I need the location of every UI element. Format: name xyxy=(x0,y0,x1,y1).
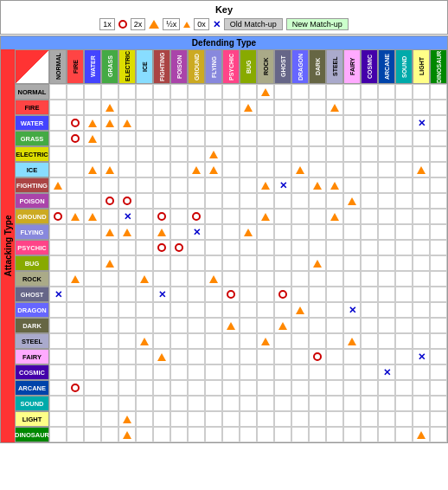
grid-cell xyxy=(361,131,378,146)
grid-cell xyxy=(430,396,447,411)
col-header-arcane: ARCANE xyxy=(378,49,395,84)
grid-cell xyxy=(118,411,136,427)
triangle-icon xyxy=(261,338,270,345)
grid-cell xyxy=(170,131,188,146)
attacking-label: Attacking Type xyxy=(3,216,13,277)
grid-cell xyxy=(67,302,84,318)
col-header-bug: BUG xyxy=(240,49,257,84)
grid-cell xyxy=(84,364,101,380)
attacking-label-container: Attacking Type xyxy=(1,49,15,442)
grid-cell xyxy=(361,349,378,364)
grid-cell xyxy=(291,193,309,209)
grid-cell xyxy=(291,364,309,380)
col-header-dragon: DRAGON xyxy=(291,49,309,84)
grid-cell xyxy=(84,84,101,100)
grid-cell xyxy=(67,318,84,333)
x-icon: ✕ xyxy=(158,290,166,300)
col-header-cosmic: COSMIC xyxy=(361,49,378,84)
grid-cell xyxy=(378,318,395,333)
grid-cell xyxy=(67,209,84,224)
grid-cell xyxy=(205,131,222,146)
grid-cell xyxy=(274,193,291,209)
grid-cell xyxy=(395,287,413,302)
grid-cell xyxy=(170,380,188,396)
grid-cell xyxy=(84,224,101,240)
grid-cell xyxy=(343,255,361,271)
key-2x-label: 2x xyxy=(134,20,143,29)
grid-cell xyxy=(291,255,309,271)
grid-cell xyxy=(101,224,118,240)
grid-cell xyxy=(430,84,447,100)
grid-cell xyxy=(430,302,447,318)
grid-cell xyxy=(395,209,413,224)
grid-cell xyxy=(67,364,84,380)
grid-cell xyxy=(257,364,274,380)
grid-cell xyxy=(274,427,291,442)
row-label-water: WATER xyxy=(15,115,49,131)
grid-cell xyxy=(205,146,222,162)
grid-cell xyxy=(136,209,153,224)
triangle-icon xyxy=(123,416,131,423)
table-row: DINOSAUR xyxy=(15,427,447,442)
grid-cell xyxy=(240,146,257,162)
grid-cell xyxy=(413,209,430,224)
table-row: NORMAL xyxy=(15,84,447,100)
triangle-icon xyxy=(123,229,131,236)
grid-cell xyxy=(413,240,430,255)
x-icon: ✕ xyxy=(418,119,426,128)
grid-cell xyxy=(395,84,413,100)
table-row: PSYCHIC xyxy=(15,240,447,255)
grid-cell xyxy=(222,396,240,411)
main-container: Defending Type Attacking Type NORMALFIRE… xyxy=(0,35,448,443)
grid-cell xyxy=(67,146,84,162)
grid-cell xyxy=(67,349,84,364)
grid-cell xyxy=(170,318,188,333)
grid-cell xyxy=(291,411,309,427)
key-triangle-icon xyxy=(149,20,159,29)
grid-cell xyxy=(170,162,188,177)
grid-cell xyxy=(326,333,343,349)
grid-cell xyxy=(309,364,326,380)
grid-cell xyxy=(309,411,326,427)
triangle-icon xyxy=(313,260,322,268)
grid-cell xyxy=(205,209,222,224)
x-icon: ✕ xyxy=(124,212,131,222)
grid-cell xyxy=(136,287,153,302)
triangle-icon xyxy=(88,166,97,174)
col-header-ground: GROUND xyxy=(188,49,205,84)
triangle-icon xyxy=(330,213,339,221)
circle-icon xyxy=(175,243,183,252)
grid-cell xyxy=(343,193,361,209)
grid-cell xyxy=(361,100,378,115)
grid-cell xyxy=(257,224,274,240)
grid-cell xyxy=(361,115,378,131)
circle-icon xyxy=(71,119,80,127)
grid-cell xyxy=(326,396,343,411)
grid-cell xyxy=(257,240,274,255)
grid-cell xyxy=(170,396,188,411)
grid-cell xyxy=(291,115,309,131)
grid-cell xyxy=(84,131,101,146)
triangle-icon xyxy=(209,166,218,174)
circle-icon xyxy=(157,243,166,252)
grid-cell xyxy=(257,255,274,271)
grid-cell: ✕ xyxy=(49,287,67,302)
grid-cell xyxy=(378,224,395,240)
x-icon: ✕ xyxy=(54,290,62,300)
key-row: 1x 2x ½x 0x ✕ Old Match-up New Match-up xyxy=(3,16,445,32)
row-label-light: LIGHT xyxy=(15,411,49,427)
grid-cell xyxy=(153,380,170,396)
grid-cell xyxy=(170,177,188,193)
grid-cell xyxy=(395,318,413,333)
triangle-icon xyxy=(313,182,322,190)
grid-cell xyxy=(291,349,309,364)
grid-cell xyxy=(378,255,395,271)
triangle-icon xyxy=(227,322,235,330)
grid-cell xyxy=(257,131,274,146)
grid-cell xyxy=(118,380,136,396)
circle-icon xyxy=(192,212,201,221)
grid-cell xyxy=(378,162,395,177)
col-headers-and-grid: NORMALFIREWATERGRASSELECTRICICEFIGHTINGP… xyxy=(15,49,447,442)
triangle-icon xyxy=(123,431,131,439)
grid-cell xyxy=(240,364,257,380)
